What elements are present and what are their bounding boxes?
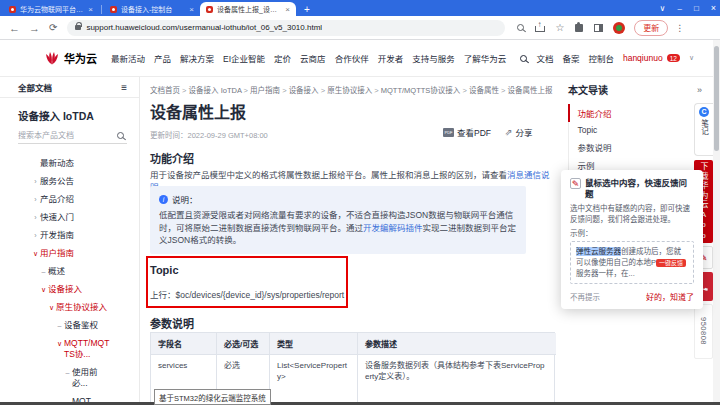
breadcrumb-item[interactable]: 原生协议接入 (319, 86, 373, 95)
share-button[interactable]: ⇗ 分享 (505, 126, 533, 138)
nav-item[interactable]: EI企业智能 (223, 52, 265, 64)
breadcrumb-item[interactable]: 设备属性 (460, 86, 499, 95)
nav-item[interactable]: 最新活动 (111, 52, 145, 64)
header-link-beian[interactable]: 备案 (562, 52, 579, 64)
nav-item[interactable]: 云商店 (300, 52, 326, 64)
tab-close-icon[interactable]: × (88, 5, 93, 14)
tab-close-icon[interactable]: × (189, 5, 194, 14)
page-scrollbar[interactable] (713, 40, 720, 403)
tab-title: 华为云物联网平台_华为云IoT平 (20, 4, 84, 14)
hamburger-icon[interactable]: ≡ (121, 82, 127, 93)
zoom-icon[interactable] (517, 24, 524, 31)
chevron-right-icon: › (31, 194, 40, 205)
table-header: 字段名 (151, 333, 217, 355)
sidebar-item-overview[interactable]: –概述 (0, 262, 139, 280)
view-pdf-button[interactable]: PDF 查看PDF (443, 126, 491, 138)
browser-tab-1[interactable]: 华为云物联网平台_华为云IoT平 × (3, 2, 99, 16)
collapse-icon[interactable]: » (697, 85, 702, 95)
table-header: 必选/可选 (217, 333, 270, 355)
product-title: 设备接入 IoTDA (18, 108, 139, 123)
sidebar-item-latest[interactable]: 最新动态 (0, 154, 139, 172)
breadcrumb-item[interactable]: 文档首页 (150, 86, 180, 95)
header-link-docs[interactable]: 文档 (536, 52, 553, 64)
header-link-console[interactable]: 控制台 (588, 52, 614, 64)
toc-item-intro[interactable]: 功能介绍 (568, 104, 711, 122)
restore-icon[interactable]: □ (694, 4, 699, 13)
dash-icon: – (39, 266, 48, 277)
toc-item-params[interactable]: 参数说明 (568, 138, 711, 156)
tab-close-icon[interactable]: × (285, 5, 290, 14)
close-icon[interactable]: × (711, 3, 716, 13)
sidebar-item-announcements[interactable]: ›服务公告 (0, 172, 139, 190)
side-panel-icon[interactable] (594, 24, 603, 32)
quick-feedback-button: 一键反馈 (656, 259, 686, 267)
nav-item[interactable]: 定价 (274, 52, 291, 64)
scrollbar-thumb[interactable] (714, 46, 719, 151)
sidebar-search[interactable] (18, 131, 127, 144)
huaweicloud-logo[interactable]: 华为云 (44, 50, 97, 66)
nav-item[interactable]: 解决方案 (180, 52, 214, 64)
all-docs-label: 全部文档 (18, 81, 52, 93)
codec-plugin-link[interactable]: 开发编解码插件 (363, 223, 423, 233)
sidebar-item-device-auth[interactable]: –设备鉴权 (0, 316, 139, 334)
chevron-down-icon: ∨ (55, 338, 64, 360)
sidebar-item-quickstart[interactable]: ›快速入门 (0, 208, 139, 226)
profile-avatar[interactable] (613, 22, 625, 34)
menu-dots-icon[interactable]: ⋮ (675, 23, 684, 33)
update-button[interactable]: 更新 (634, 20, 668, 36)
minimize-icon[interactable]: – (677, 4, 681, 13)
search-icon[interactable] (520, 55, 527, 62)
note-extension-tab[interactable]: C 笔记 (694, 103, 713, 156)
breadcrumb-item[interactable]: MQTT/MQTTS协议接入 (372, 86, 460, 95)
search-icon[interactable] (117, 132, 124, 139)
nav-item[interactable]: 支持与服务 (412, 52, 455, 64)
header-right: 文档 备案 控制台 hanqiunuo 12 ∨ (520, 52, 694, 64)
chevron-down-icon[interactable]: ∨ (689, 54, 694, 62)
sidebar-item-dev-guide[interactable]: ›开发指南 (0, 226, 139, 244)
dash-icon: – (63, 367, 72, 389)
sidebar-item-native-protocol[interactable]: ∨原生协议接入 (0, 298, 139, 316)
address-bar[interactable]: support.huaweicloud.com/usermanual-iothu… (67, 20, 505, 36)
toc-item-topic[interactable]: Topic (568, 122, 711, 138)
bookmark-star-icon[interactable]: ☆ (555, 22, 564, 33)
reload-icon[interactable]: ⟳ (49, 22, 57, 33)
sidebar-item-device-access[interactable]: ∨设备接入 (0, 280, 139, 298)
note-label: 说明： (172, 193, 198, 205)
tab-title: 设备接入-控制台 (121, 4, 185, 14)
favicon-icon (9, 6, 16, 13)
main-nav: 最新活动 产品 解决方案 EI企业智能 定价 云商店 合作伙伴 开发者 支持与服… (111, 52, 506, 64)
all-docs-row[interactable]: 全部文档 ≡ (0, 77, 139, 98)
share-icon[interactable] (535, 23, 544, 32)
browser-tab-2[interactable]: 设备接入-控制台 × (104, 2, 200, 16)
highlighted-text: 弹性云服务器 (576, 247, 621, 256)
new-tab-button[interactable]: + (304, 4, 310, 15)
breadcrumb-item[interactable]: 设备接入 IoTDA (180, 86, 242, 95)
feedback-popup: ✎ 鼠标选中内容，快速反馈问题 选中文档中有疑惑的内容，即可快速反馈问题，我们将… (561, 170, 703, 309)
nav-item[interactable]: 开发者 (378, 52, 404, 64)
breadcrumb-item: 设备属性上报 (499, 86, 553, 95)
breadcrumb-item[interactable]: 用户指南 (242, 86, 281, 95)
table-cell: 设备服务数据列表（具体结构参考下表ServiceProperty定义表）。 (358, 355, 556, 405)
sidebar-item-product-intro[interactable]: ›产品介绍 (0, 190, 139, 208)
huawei-flower-icon (44, 51, 60, 65)
extensions-icon[interactable] (575, 24, 583, 32)
back-icon[interactable]: ← (9, 22, 20, 34)
browser-tab-active[interactable]: 设备属性上报_设备接入 IoTDA × (200, 2, 296, 16)
browser-tabbar: 华为云物联网平台_华为云IoT平 × 设备接入-控制台 × 设备属性上报_设备接… (0, 0, 720, 16)
username[interactable]: hanqiunuo (623, 53, 663, 63)
brand-name: 华为云 (64, 50, 97, 66)
section-heading-intro: 功能介绍 (150, 150, 194, 166)
dismiss-button[interactable]: 不再提示 (570, 291, 600, 302)
sidebar-item-before-use[interactable]: –使用前必... (0, 363, 139, 392)
nav-item[interactable]: 了解华为云 (464, 52, 507, 64)
search-input[interactable] (18, 131, 103, 140)
share-icon: ⇗ (505, 127, 513, 137)
breadcrumb-item[interactable]: 设备接入 (280, 86, 319, 95)
forward-icon[interactable]: → (29, 22, 40, 34)
sidebar-item-mqtt[interactable]: ∨MQTT/MQTTS协... (0, 334, 139, 363)
ok-button[interactable]: 好的，知道了 (646, 291, 694, 302)
nav-item[interactable]: 合作伙伴 (335, 52, 369, 64)
sidebar-item-user-guide[interactable]: ∨用户指南 (0, 244, 139, 262)
tab-search-icon[interactable]: ∨ (660, 4, 666, 13)
nav-item[interactable]: 产品 (154, 52, 171, 64)
